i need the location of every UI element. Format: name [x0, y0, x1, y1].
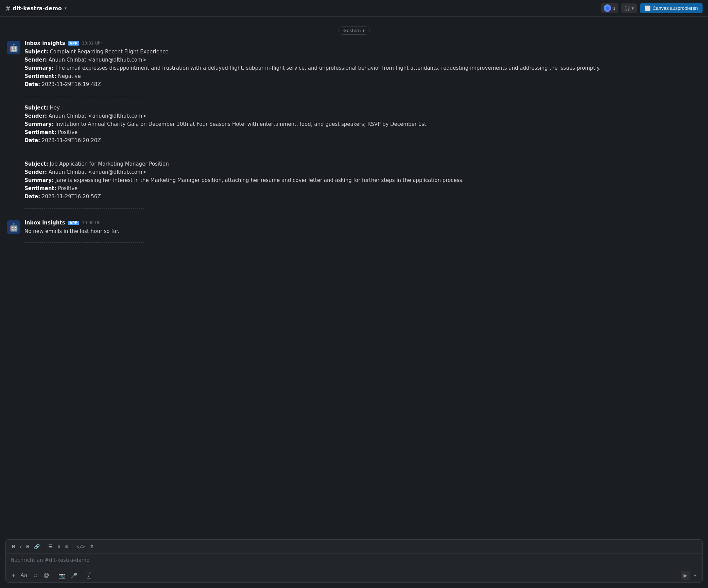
message-header-1: Inbox insights APP 18:01 Uhr [24, 40, 701, 46]
emoji-button[interactable]: ☺ [31, 571, 40, 580]
video-icon: 📷 [58, 572, 65, 579]
email-block-3: Subject: Job Application for Marketing M… [24, 160, 701, 201]
email-2-summary: Summary: Invitation to Annual Charity Ga… [24, 120, 701, 128]
bot-avatar-2: 🤖 [7, 220, 20, 234]
code-button[interactable]: </> [74, 542, 87, 551]
input-placeholder: Nachricht an #dlt-kestra-demo [11, 557, 89, 563]
member-count: 1 [613, 6, 616, 11]
timestamp-1: 18:01 Uhr [82, 41, 102, 46]
date-divider: Gestern ▾ [7, 26, 701, 35]
bot-icon-2: 🤖 [9, 223, 18, 232]
sender-value-1: Anuun Chinbat <anuun@dlthub.com> [49, 57, 146, 63]
message-header-2: Inbox insights APP 19:00 Uhr [24, 220, 701, 226]
bottom-toolbar-sep-2 [82, 572, 82, 578]
message-content-2: Inbox insights APP 19:00 Uhr No new emai… [24, 220, 701, 250]
upload-button[interactable]: ⇧ [88, 542, 96, 551]
date-badge-label: Gestern [343, 28, 361, 33]
email-3-sender: Sender: Anuun Chinbat <anuun@dlthub.com> [24, 168, 701, 176]
sender-name-1: Inbox insights [24, 40, 65, 46]
bottom-toolbar-left: + Aa ☺ @ 📷 🎤 / [10, 571, 679, 580]
indent-button[interactable]: ≡ [63, 542, 70, 551]
slash-icon: / [87, 572, 91, 579]
send-options-button[interactable]: ▾ [692, 572, 698, 579]
email-2-sender: Sender: Anuun Chinbat <anuun@dlthub.com> [24, 112, 701, 120]
timestamp-2: 19:00 Uhr [82, 220, 102, 225]
bot-avatar-1: 🤖 [7, 41, 20, 54]
date-value-3: 2023-11-29T16:20:56Z [42, 194, 101, 200]
subject-value-3: Job Application for Marketing Manager Po… [50, 161, 169, 167]
members-button[interactable]: 👤 1 [601, 3, 618, 13]
header-left: # dlt-kestra-demo ▾ [5, 5, 67, 12]
simple-text-2: No new emails in the last hour so far. [24, 227, 701, 235]
sentiment-label-1: Sentiment: [24, 73, 56, 79]
canvas-icon: ⬜ [645, 5, 651, 11]
avatar: 👤 [604, 4, 611, 12]
summary-label-3: Summary: [24, 177, 54, 183]
canvas-button[interactable]: ⬜ Canvas ausprobieren [640, 3, 703, 13]
bottom-toolbar: + Aa ☺ @ 📷 🎤 / ▶ ▾ [6, 569, 702, 582]
subject-label-2: Subject: [24, 105, 48, 111]
message-body-2: No new emails in the last hour so far. -… [24, 227, 701, 246]
email-1-sentiment: Sentiment: Negative [24, 72, 701, 80]
date-badge-button[interactable]: Gestern ▾ [338, 26, 370, 35]
headphones-chevron: ▾ [632, 5, 634, 11]
subject-label-3: Subject: [24, 161, 48, 167]
sentiment-label-3: Sentiment: [24, 185, 56, 191]
email-2-sentiment: Sentiment: Positive [24, 128, 701, 136]
email-2-subject: Subject: Hey [24, 104, 701, 112]
audio-button[interactable]: 🎤 [69, 571, 80, 580]
formatting-toolbar: B I S 🔗 ☰ ≡ ≡ </> ⇧ [6, 540, 702, 554]
divider-4: ----------------------------------------… [24, 239, 701, 246]
subject-value-1: Complaint Regarding Recent Flight Experi… [50, 49, 168, 55]
message-block-1: 🤖 Inbox insights APP 18:01 Uhr Subject: … [7, 40, 701, 216]
email-3-sentiment: Sentiment: Positive [24, 184, 701, 192]
font-button[interactable]: Aa [18, 571, 29, 580]
channel-hash-icon: # [5, 5, 11, 12]
email-block-2: Subject: Hey Sender: Anuun Chinbat <anuu… [24, 104, 701, 145]
channel-chevron-icon[interactable]: ▾ [65, 6, 67, 11]
add-button[interactable]: + [10, 571, 17, 580]
date-value-2: 2023-11-29T16:20:20Z [42, 137, 101, 144]
message-input-area: B I S 🔗 ☰ ≡ ≡ </> ⇧ Nachricht an #dlt-ke… [5, 539, 703, 583]
summary-label-1: Summary: [24, 65, 54, 71]
bold-button[interactable]: B [10, 542, 17, 551]
ordered-list-button[interactable]: ☰ [46, 542, 55, 551]
header: # dlt-kestra-demo ▾ 👤 1 🎧 ▾ ⬜ Canvas aus… [0, 0, 708, 17]
sender-label-3: Sender: [24, 169, 47, 175]
sender-label-1: Sender: [24, 57, 47, 63]
date-label-2: Date: [24, 137, 40, 144]
sentiment-value-2: Positive [58, 129, 77, 135]
divider-3: ----------------------------------------… [24, 205, 701, 212]
email-1-summary: Summary: The email expresses disappointm… [24, 64, 701, 72]
message-content-1: Inbox insights APP 18:01 Uhr Subject: Co… [24, 40, 701, 216]
toolbar-separator-2 [72, 543, 72, 550]
summary-value-3: Jane is expressing her interest in the M… [55, 177, 464, 183]
send-button[interactable]: ▶ [681, 571, 690, 580]
date-badge-chevron: ▾ [362, 28, 365, 33]
email-3-subject: Subject: Job Application for Marketing M… [24, 160, 701, 168]
unordered-list-button[interactable]: ≡ [55, 542, 62, 551]
microphone-icon: 🎤 [71, 572, 77, 579]
email-1-date: Date: 2023-11-29T16:19:48Z [24, 80, 701, 88]
email-block-1: Subject: Complaint Regarding Recent Flig… [24, 48, 701, 88]
slash-command-button[interactable]: / [85, 571, 93, 580]
toolbar-separator-1 [44, 543, 44, 550]
italic-button[interactable]: I [18, 542, 23, 551]
link-button[interactable]: 🔗 [32, 542, 42, 551]
bottom-toolbar-sep-1 [54, 572, 54, 578]
headphones-icon: 🎧 [624, 5, 630, 11]
summary-value-2: Invitation to Annual Charity Gala on Dec… [55, 121, 428, 127]
video-button[interactable]: 📷 [56, 571, 67, 580]
mention-button[interactable]: @ [41, 571, 51, 580]
message-text-input[interactable]: Nachricht an #dlt-kestra-demo [6, 554, 702, 569]
strikethrough-button[interactable]: S [24, 542, 31, 551]
sender-name-2: Inbox insights [24, 220, 65, 226]
message-body-1: Subject: Complaint Regarding Recent Flig… [24, 48, 701, 212]
channel-name[interactable]: dlt-kestra-demo [13, 5, 62, 12]
headphones-button[interactable]: 🎧 ▾ [621, 3, 637, 13]
sender-value-2: Anuun Chinbat <anuun@dlthub.com> [49, 113, 146, 119]
subject-label-1: Subject: [24, 49, 48, 55]
divider-2: ----------------------------------------… [24, 149, 701, 156]
date-label-1: Date: [24, 81, 40, 87]
email-3-date: Date: 2023-11-29T16:20:56Z [24, 192, 701, 201]
